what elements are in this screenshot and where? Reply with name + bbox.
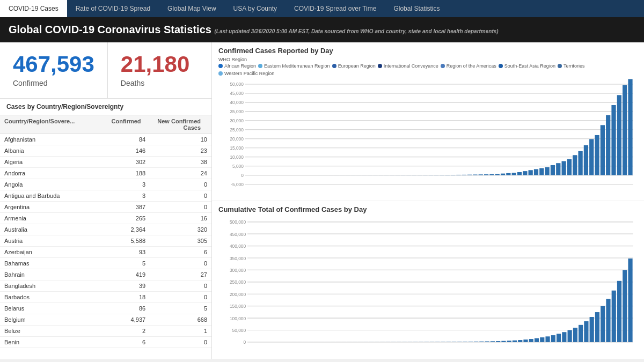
cumulative-bar bbox=[601, 306, 605, 342]
cell-country: Belgium bbox=[0, 314, 97, 325]
daily-chart-title: Confirmed Cases Reported by Day bbox=[218, 47, 638, 55]
svg-text:50,000: 50,000 bbox=[232, 327, 246, 333]
nav-item-rate[interactable]: Rate of COVID-19 Spread bbox=[67, 0, 159, 17]
cell-confirmed: 5,588 bbox=[97, 235, 150, 246]
nav-item-globalstats[interactable]: Global Statistics bbox=[385, 0, 448, 17]
legend-dot bbox=[218, 64, 223, 68]
confirmed-stat-box: 467,593 Confirmed bbox=[0, 42, 108, 98]
svg-text:40,000: 40,000 bbox=[230, 100, 244, 105]
table-row[interactable]: Belize 2 1 bbox=[0, 326, 211, 337]
cumulative-bar bbox=[501, 341, 506, 342]
nav-item-usacounty[interactable]: USA by County bbox=[225, 0, 286, 17]
table-row[interactable]: Austria 5,588 305 bbox=[0, 235, 211, 247]
cell-country: Andorra bbox=[0, 168, 97, 179]
table-row[interactable]: Benin 6 0 bbox=[0, 337, 211, 348]
cumulative-bar bbox=[540, 337, 544, 342]
legend-item: Eastern Mediterranean Region bbox=[258, 63, 330, 69]
daily-bar bbox=[534, 169, 538, 175]
table-row[interactable]: Andorra 188 24 bbox=[0, 168, 211, 179]
cell-confirmed: 6 bbox=[97, 337, 150, 348]
main-layout: 467,593 Confirmed 21,180 Deaths Cases by… bbox=[0, 42, 644, 359]
daily-chart-section: Confirmed Cases Reported by Day WHO Regi… bbox=[212, 42, 644, 201]
legend-label: Western Pacific Region bbox=[224, 71, 274, 76]
daily-bar bbox=[601, 125, 605, 175]
table-row[interactable]: Argentina 387 0 bbox=[0, 202, 211, 213]
svg-text:200,000: 200,000 bbox=[230, 291, 246, 297]
svg-text:25,000: 25,000 bbox=[230, 127, 244, 132]
legend-dot bbox=[558, 64, 562, 68]
daily-bar bbox=[573, 155, 577, 175]
right-panel: Confirmed Cases Reported by Day WHO Regi… bbox=[212, 42, 644, 359]
nav-item-globalmap[interactable]: Global Map View bbox=[159, 0, 225, 17]
cell-country: Armenia bbox=[0, 213, 97, 224]
cell-confirmed: 93 bbox=[97, 247, 150, 257]
cell-new: 0 bbox=[150, 280, 211, 291]
table-row[interactable]: Algeria 302 38 bbox=[0, 157, 211, 168]
daily-bar bbox=[567, 159, 572, 175]
table-row[interactable]: Armenia 265 16 bbox=[0, 213, 211, 224]
cumulative-bar bbox=[579, 324, 583, 342]
cell-confirmed: 84 bbox=[97, 134, 150, 145]
cell-country: Algeria bbox=[0, 157, 97, 167]
cell-country: Austria bbox=[0, 235, 97, 246]
legend-dot bbox=[332, 64, 336, 68]
legend-item: South-East Asia Region bbox=[499, 63, 555, 69]
cell-country: Australia bbox=[0, 224, 97, 235]
cell-country: Albania bbox=[0, 145, 97, 156]
table-row[interactable]: Bahrain 419 27 bbox=[0, 269, 211, 280]
page-title: Global COVID-19 Coronavirus Statistics (… bbox=[9, 24, 635, 36]
table-row[interactable]: Australia 2,364 320 bbox=[0, 224, 211, 235]
cell-confirmed: 188 bbox=[97, 168, 150, 179]
daily-bar bbox=[551, 165, 555, 175]
cell-country: Bahrain bbox=[0, 269, 97, 280]
table-row[interactable]: Antigua and Barbuda 3 0 bbox=[0, 190, 211, 202]
cumulative-bar bbox=[479, 341, 484, 342]
nav-item-spreadtime[interactable]: COVID-19 Spread over Time bbox=[286, 0, 385, 17]
cell-confirmed: 5 bbox=[97, 258, 150, 269]
nav-item-covid19cases[interactable]: COVID-19 Cases bbox=[0, 0, 67, 17]
cell-new: 1 bbox=[150, 326, 211, 336]
svg-text:500,000: 500,000 bbox=[230, 219, 246, 225]
cell-new: 16 bbox=[150, 213, 211, 224]
daily-bar bbox=[556, 163, 560, 175]
cell-country: Argentina bbox=[0, 202, 97, 212]
cell-new: 305 bbox=[150, 235, 211, 246]
table-body[interactable]: Afghanistan 84 10 Albania 146 23 Algeria… bbox=[0, 134, 211, 359]
cumulative-bar bbox=[568, 330, 572, 342]
confirmed-number: 467,593 bbox=[13, 53, 94, 76]
table-row[interactable]: Barbados 18 0 bbox=[0, 292, 211, 303]
table-row[interactable]: Azerbaijan 93 6 bbox=[0, 247, 211, 258]
daily-bar bbox=[623, 85, 627, 175]
legend-item: European Region bbox=[332, 63, 376, 69]
cumulative-bar bbox=[513, 340, 517, 342]
cell-confirmed: 4,937 bbox=[97, 314, 150, 325]
cell-confirmed: 419 bbox=[97, 269, 150, 280]
daily-bar bbox=[628, 79, 632, 175]
cell-country: Angola bbox=[0, 179, 97, 190]
table-row[interactable]: Belarus 86 5 bbox=[0, 303, 211, 314]
table-row[interactable]: Belgium 4,937 668 bbox=[0, 314, 211, 326]
daily-bar bbox=[512, 173, 516, 175]
daily-chart-svg: 50,00045,00040,00035,00030,00025,00020,0… bbox=[218, 78, 638, 196]
table-row[interactable]: Bahamas 5 0 bbox=[0, 258, 211, 269]
svg-text:150,000: 150,000 bbox=[230, 303, 246, 309]
svg-text:-5,000: -5,000 bbox=[231, 182, 244, 187]
daily-bar bbox=[456, 175, 460, 175]
cumulative-bar bbox=[447, 342, 451, 342]
table-row[interactable]: Afghanistan 84 10 bbox=[0, 134, 211, 145]
svg-text:5,000: 5,000 bbox=[232, 164, 244, 169]
table-row[interactable]: Angola 3 0 bbox=[0, 179, 211, 190]
cell-country: Antigua and Barbuda bbox=[0, 190, 97, 201]
svg-text:20,000: 20,000 bbox=[230, 136, 244, 142]
stats-row: 467,593 Confirmed 21,180 Deaths bbox=[0, 42, 211, 99]
cell-new: 6 bbox=[150, 247, 211, 257]
cumulative-bar bbox=[469, 342, 473, 342]
table-row[interactable]: Bangladesh 39 0 bbox=[0, 280, 211, 292]
svg-text:100,000: 100,000 bbox=[230, 315, 246, 321]
cell-new: 23 bbox=[150, 145, 211, 156]
cell-new: 5 bbox=[150, 303, 211, 314]
cell-confirmed: 146 bbox=[97, 145, 150, 156]
cell-confirmed: 2 bbox=[97, 326, 150, 336]
table-row[interactable]: Albania 146 23 bbox=[0, 145, 211, 157]
daily-bar bbox=[473, 174, 477, 175]
